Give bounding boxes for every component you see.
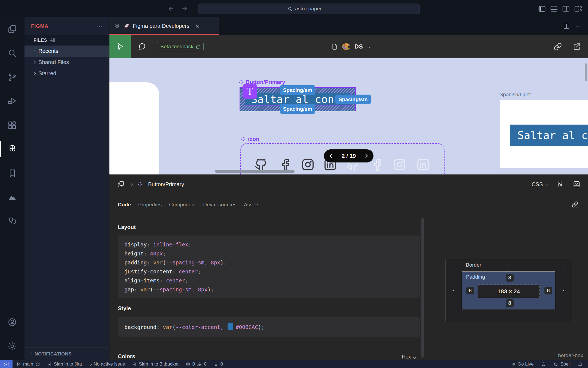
- tab-close-icon[interactable]: ×: [195, 22, 199, 30]
- nav-back-icon[interactable]: [168, 5, 174, 12]
- icon-component-label[interactable]: icon: [241, 136, 259, 142]
- toggle-sidebar-icon[interactable]: [538, 5, 546, 13]
- extensions-icon[interactable]: [0, 113, 24, 137]
- margin-top-right[interactable]: -: [563, 262, 564, 268]
- sidebar-item-label: Shared Files: [38, 59, 69, 65]
- comment-tool-icon[interactable]: [138, 42, 146, 51]
- pager-next-icon[interactable]: [364, 153, 369, 158]
- add-link-icon[interactable]: [571, 201, 579, 209]
- sidebar-item-recents[interactable]: Recents: [24, 46, 109, 57]
- facebook-icon-faded[interactable]: [371, 158, 384, 171]
- sync-icon: [35, 362, 40, 367]
- figma-view-icon[interactable]: [0, 137, 24, 161]
- border-left[interactable]: -: [452, 287, 454, 293]
- breadcrumb-component-name[interactable]: Button/Primary: [148, 181, 184, 188]
- customize-layout-icon[interactable]: [574, 5, 582, 13]
- margin-bottom-right[interactable]: -: [563, 313, 564, 319]
- search-input[interactable]: [295, 6, 330, 12]
- pager-prev-icon[interactable]: [329, 153, 333, 158]
- palette-icon: [342, 43, 351, 51]
- tab-code[interactable]: Code: [118, 202, 131, 208]
- border-right[interactable]: -: [563, 287, 564, 293]
- instagram-icon-faded[interactable]: [393, 158, 406, 171]
- chevron-down-icon: [28, 39, 31, 42]
- command-search-box[interactable]: [198, 4, 420, 14]
- bitbucket-signin[interactable]: Sign in to Bitbucket: [132, 361, 179, 367]
- toggle-panel-icon[interactable]: [550, 5, 558, 13]
- tab-properties[interactable]: Properties: [138, 202, 162, 208]
- sidebar-item-starred[interactable]: Starred: [24, 68, 109, 79]
- toggle-secondary-sidebar-icon[interactable]: [562, 5, 570, 13]
- ports-status[interactable]: 0: [214, 361, 223, 367]
- text-layer-badge[interactable]: T: [243, 84, 257, 99]
- panel-scrollbar[interactable]: [421, 218, 424, 358]
- padding-left-value[interactable]: 8: [466, 287, 474, 294]
- tab-figma-para-developers[interactable]: Figma para Developers ×: [109, 17, 219, 35]
- canvas-white-frame[interactable]: [109, 82, 159, 174]
- margin-top-left[interactable]: -: [452, 262, 454, 268]
- copilot-icon[interactable]: [541, 362, 546, 367]
- remote-indicator[interactable]: ><: [0, 360, 13, 368]
- copy-link-icon[interactable]: [554, 43, 562, 51]
- open-in-figma-icon[interactable]: [573, 43, 581, 51]
- nav-forward-icon[interactable]: [181, 5, 188, 12]
- search-view-icon[interactable]: [0, 41, 24, 65]
- spell-checker-status[interactable]: Spell: [553, 361, 571, 367]
- pager-count: 2 / 19: [342, 153, 356, 159]
- notifications-bell-icon[interactable]: [578, 362, 583, 367]
- github-icon[interactable]: [255, 158, 268, 171]
- export-icon[interactable]: [573, 180, 580, 188]
- explorer-icon[interactable]: [0, 17, 24, 41]
- figma-canvas[interactable]: Button/Primary Saltar al contenido T Spa…: [109, 58, 588, 174]
- settings-gear-icon[interactable]: [0, 334, 24, 358]
- account-icon[interactable]: [0, 310, 24, 334]
- tab-component[interactable]: Component: [169, 202, 196, 208]
- padding-bottom-value[interactable]: 8: [506, 299, 514, 307]
- layers-icon[interactable]: [117, 180, 125, 188]
- move-tool-button[interactable]: [109, 35, 131, 58]
- sidebar-item-shared-files[interactable]: Shared Files: [24, 57, 109, 68]
- spanish-light-frame[interactable]: Saltar al contenido: [500, 100, 588, 168]
- active-issue-status[interactable]: No active issue: [89, 361, 125, 367]
- color-format-dropdown[interactable]: Hex: [402, 354, 416, 360]
- files-section-header[interactable]: FILES All: [24, 35, 109, 46]
- notifications-section-header[interactable]: NOTIFICATIONS: [24, 347, 109, 360]
- padding-top-value[interactable]: 8: [506, 274, 514, 282]
- source-control-icon[interactable]: [0, 65, 24, 89]
- run-debug-icon[interactable]: [0, 89, 24, 113]
- padding-right-value[interactable]: 8: [544, 287, 552, 294]
- margin-top[interactable]: -: [508, 262, 509, 268]
- canvas-horizontal-scrollbar[interactable]: [215, 170, 295, 173]
- tab-assets[interactable]: Assets: [244, 202, 259, 208]
- sidebar-more-icon[interactable]: [97, 23, 103, 29]
- style-section-title: Style: [118, 305, 131, 312]
- preferences-sliders-icon[interactable]: [556, 181, 564, 188]
- split-editor-icon[interactable]: [563, 23, 570, 30]
- canvas-vertical-scrollbar[interactable]: [585, 63, 587, 81]
- beta-feedback-button[interactable]: Beta feedback: [157, 42, 204, 51]
- content-size-box: 183 × 24: [478, 285, 540, 298]
- mountain-extension-icon[interactable]: [0, 185, 24, 209]
- go-live-button[interactable]: Go Live: [511, 361, 534, 367]
- tab-dev-resources[interactable]: Dev resources: [203, 202, 237, 208]
- sidebar-figma-panel: FIGMA FILES All Recents Shared Files St: [24, 17, 109, 360]
- comments-icon[interactable]: [0, 209, 24, 233]
- problems-status[interactable]: 0 0: [186, 361, 207, 367]
- bookmarks-icon[interactable]: [0, 161, 24, 185]
- code-language-dropdown[interactable]: CSS: [532, 181, 547, 188]
- linkedin-icon-faded[interactable]: [416, 158, 430, 171]
- instagram-icon[interactable]: [301, 158, 314, 171]
- frame-label-spanish-light[interactable]: Spanish/Light: [500, 92, 531, 98]
- files-section-filter[interactable]: All: [50, 38, 55, 43]
- layout-code-block[interactable]: display: inline-flex;height: 40px;paddin…: [118, 236, 420, 298]
- facebook-icon[interactable]: [279, 158, 292, 171]
- external-link-icon: [196, 44, 200, 49]
- margin-bottom[interactable]: -: [508, 313, 509, 319]
- margin-bottom-left[interactable]: -: [452, 313, 454, 319]
- skip-link-button-preview[interactable]: Saltar al contenido: [510, 125, 588, 146]
- file-switcher[interactable]: DS: [331, 35, 370, 58]
- style-code-block[interactable]: background: var(--color-accent, #006CAC)…: [118, 317, 420, 337]
- git-branch-status[interactable]: main: [16, 361, 40, 367]
- editor-more-actions-icon[interactable]: [575, 23, 581, 29]
- jira-signin[interactable]: Sign in to Jira: [47, 361, 82, 367]
